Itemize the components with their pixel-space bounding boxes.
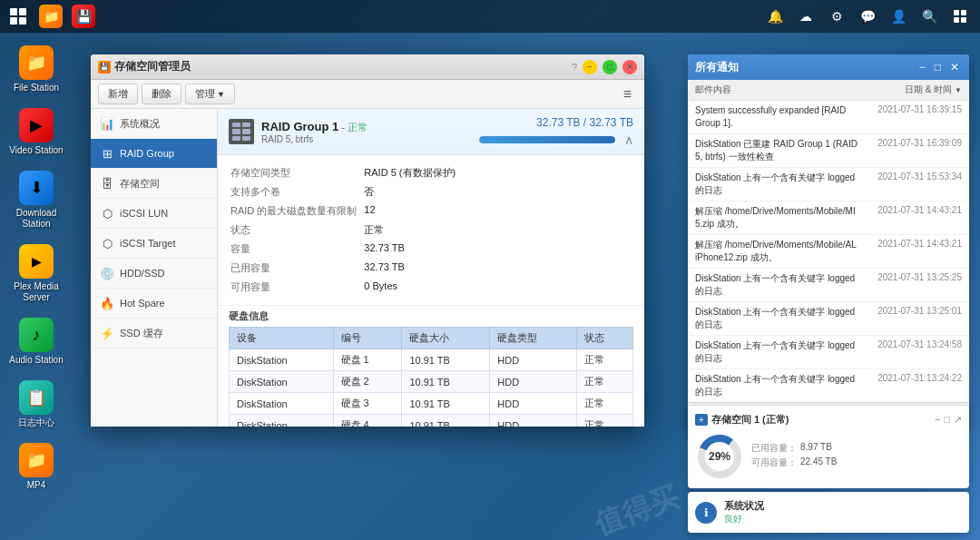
disk2-status: 正常 [577,371,633,393]
raid-name: RAID Group 1 [261,120,338,133]
used-label: 已用容量 [230,260,362,277]
raid-expand-icon[interactable]: ∧ [624,133,633,147]
notif-item-5[interactable]: DiskStation 上有一个含有关键字 logged 的日志 2021-07… [688,269,969,302]
available-label: 可用容量 [230,279,362,296]
disk2-type: HDD [490,371,577,393]
overview-icon: 📊 [100,116,114,131]
storage-manager-window: 💾 存储空间管理员 ? − □ ✕ 新增 删除 管理 ▼ ≡ 📊 [91,54,644,427]
nav-raid[interactable]: ⊞ RAID Group [91,139,217,169]
grid-icon[interactable] [947,4,973,29]
notif-item-6[interactable]: DiskStation 上有一个含有关键字 logged 的日志 2021-07… [688,302,969,336]
bottom-panels: + 存储空间 1 (正常) − □ ↗ 29% [688,406,969,533]
help-btn[interactable]: ? [572,62,577,73]
capacity-label: 容量 [230,241,362,258]
info-row-max-volumes: RAID 的最大磁盘数量有限制 12 [230,202,632,220]
disk-row-3[interactable]: DiskStation 硬盘 3 10.91 TB HDD 正常 [230,393,633,415]
info-row-available: 可用容量 0 Bytes [230,279,632,296]
disk3-id: 硬盘 3 [333,393,402,415]
disk-row-2[interactable]: DiskStation 硬盘 2 10.91 TB HDD 正常 [230,371,633,393]
nav-hdd-ssd[interactable]: 💿 HDD/SSD [91,259,217,289]
delete-button[interactable]: 删除 [142,83,181,104]
storage-expand-btn[interactable]: + [695,414,708,426]
disk-section: 硬盘信息 设备 编号 硬盘大小 硬盘类型 状态 [218,306,644,427]
window-toolbar: 新增 删除 管理 ▼ ≡ [91,80,644,109]
user-icon[interactable]: 👤 [886,4,911,29]
desktop-icon-plex[interactable]: ▶ Plex Media Server [4,239,69,309]
used-info-label: 已用容量： [751,442,797,455]
notif-item-7[interactable]: DiskStation 上有一个含有关键字 logged 的日志 2021-07… [688,336,969,369]
desktop-icon-log-center[interactable]: 📋 日志中心 [4,375,69,434]
nav-iscsi-target[interactable]: ⬡ iSCSI Target [91,229,217,259]
desktop-icon-audio-station[interactable]: ♪ Audio Station [4,312,69,371]
minimize-button[interactable]: − [583,60,597,74]
notif-item-8[interactable]: DiskStation 上有一个含有关键字 logged 的日志 2021-07… [688,369,969,402]
col-time[interactable]: 日期 & 时间 ▼ [853,83,962,96]
info-row-capacity: 容量 32.73 TB [230,241,632,258]
log-center-img: 📋 [19,380,54,415]
toolbar-menu-icon[interactable]: ≡ [618,84,637,104]
chat-icon[interactable]: 💬 [855,4,880,29]
raid-progress-bar [479,136,615,143]
disk1-id: 硬盘 1 [333,349,402,371]
desktop-icon-video-station[interactable]: ▶ Video Station [4,103,69,162]
notif-expand[interactable]: □ [932,61,944,74]
gear-icon[interactable]: ⚙ [824,4,849,29]
notif-item-3[interactable]: 解压缩 /home/Drive/Moments/Mobile/MI 5.zip … [688,201,969,235]
avail-info-label: 可用容量： [751,457,797,469]
desktop-icon-mp4[interactable]: 📁 MP4 [4,437,69,496]
support-multiple-label: 支持多个卷 [230,183,362,201]
notif-close[interactable]: ✕ [947,61,962,74]
disk-row-4[interactable]: DiskStation 硬盘 4 10.91 TB HDD 正常 [230,415,633,427]
state-label: 状态 [230,221,362,239]
window-body: 📊 系统概况 ⊞ RAID Group 🗄 存储空间 ⬡ iSCSI LUN ⬡ [91,109,644,427]
desktop-icon-file-station[interactable]: 📁 File Station [4,40,69,99]
notif-item-1[interactable]: DiskStation 已重建 RAID Group 1 (RAID 5, bt… [688,134,969,168]
col-message: 邮件内容 [695,83,853,96]
video-station-img: ▶ [19,108,54,142]
search-icon[interactable]: 🔍 [916,4,942,29]
taskbar-file-station[interactable]: 📁 [36,2,65,31]
taskbar-storage[interactable]: 💾 [69,2,98,31]
notif-item-2[interactable]: DiskStation 上有一个含有关键字 logged 的日志 2021-07… [688,168,969,201]
notif-title: 所有通知 [695,60,739,75]
donut-pct: 29% [709,450,730,463]
capacity-value: 32.73 TB [364,241,632,258]
col-id: 编号 [333,328,402,349]
disk4-status: 正常 [577,415,633,427]
notification-icon[interactable]: 🔔 [762,4,788,29]
hdd-icon: 💿 [100,266,114,280]
disk-row-1[interactable]: DiskStation 硬盘 1 10.91 TB HDD 正常 [230,349,633,371]
notif-item-0[interactable]: System successfully expanded [RAID Group… [688,101,969,134]
nav-hot-spare[interactable]: 🔥 Hot Spare [91,289,217,319]
watermark: 值得买 [589,477,684,540]
audio-station-label: Audio Station [9,355,64,366]
storage-min-btn[interactable]: − [935,414,940,426]
cloud-icon[interactable]: ☁ [793,4,818,29]
disk4-device: DiskStation [230,415,334,427]
storage-type-value: RAID 5 (有数据保护) [364,164,632,182]
add-button[interactable]: 新增 [98,83,138,104]
manage-button[interactable]: 管理 ▼ [185,83,235,104]
notif-item-4[interactable]: 解压缩 /home/Drive/Moments/Mobile/AL iPhone… [688,235,969,269]
storage-expand-icon[interactable]: ↗ [954,414,962,426]
info-table: 存储空间类型 RAID 5 (有数据保护) 支持多个卷 否 RAID 的最大磁盘… [229,162,633,298]
close-button[interactable]: ✕ [622,60,637,74]
max-volumes-value: 12 [364,202,632,220]
taskbar: 📁 💾 🔔 ☁ ⚙ 💬 👤 🔍 [0,0,980,33]
disk4-size: 10.91 TB [402,415,490,427]
storage-max-btn[interactable]: □ [944,414,950,426]
nav-storage[interactable]: 🗄 存储空间 [91,169,217,199]
taskbar-grid-menu[interactable] [4,2,33,31]
raid-size: 32.73 TB / 32.73 TB [536,116,633,129]
notif-minimize[interactable]: − [916,61,928,74]
disk3-type: HDD [490,393,577,415]
disk3-status: 正常 [577,393,633,415]
desktop-icon-download-station[interactable]: ⬇ Download Station [4,165,69,235]
nav-overview[interactable]: 📊 系统概况 [91,109,217,139]
storage-nav-icon: 🗄 [100,176,114,191]
nav-iscsi-lun[interactable]: ⬡ iSCSI LUN [91,199,217,229]
nav-ssd-cache[interactable]: ⚡ SSD 缓存 [91,319,217,349]
plex-img: ▶ [19,244,54,279]
download-station-label: Download Station [7,208,65,230]
maximize-button[interactable]: □ [603,60,617,74]
